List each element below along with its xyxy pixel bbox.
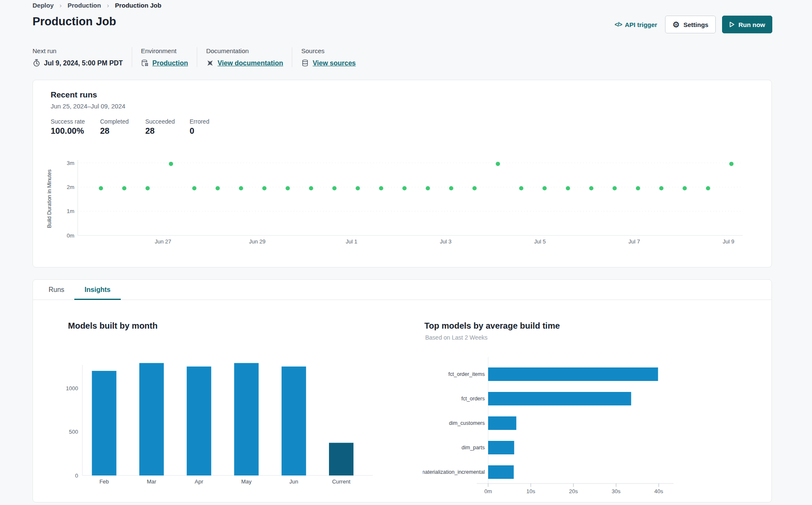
run-point[interactable] (356, 186, 360, 190)
meta-documentation: Documentation View documentation (206, 47, 283, 67)
page-title: Production Job (33, 15, 116, 28)
month-bar[interactable] (187, 367, 211, 475)
tab-runs[interactable]: Runs (38, 280, 74, 300)
month-bar[interactable] (234, 363, 259, 475)
recent-runs-card: Recent runs Jun 25, 2024–Jul 09, 2024 Su… (33, 80, 772, 267)
run-point[interactable] (169, 162, 173, 166)
run-point[interactable] (659, 186, 663, 190)
meta-next-run: Next run Jul 9, 2024, 5:00 PM PDT (33, 47, 123, 67)
x-tick-label: 30s (612, 488, 621, 494)
month-bar[interactable] (139, 363, 164, 475)
run-point[interactable] (216, 186, 220, 190)
run-point[interactable] (519, 186, 523, 190)
stat-label: Succeeded (145, 118, 175, 125)
run-point[interactable] (426, 186, 430, 190)
x-category-label: Mar (147, 478, 157, 485)
run-point[interactable] (379, 186, 383, 190)
view-sources-link[interactable]: View sources (312, 59, 356, 67)
environment-icon (141, 59, 149, 67)
top-models-svg: fct_order_itemsfct_ordersdim_customersdi… (423, 357, 701, 496)
meta-environment: Environment Production (141, 47, 188, 67)
tab-insights[interactable]: Insights (74, 280, 120, 300)
run-point[interactable] (402, 186, 407, 190)
run-point[interactable] (566, 186, 570, 190)
stat-completed: Completed 28 (100, 118, 129, 136)
y-tick-label: 3m (67, 160, 74, 166)
y-tick-label: 0m (67, 232, 74, 239)
environment-link[interactable]: Production (152, 59, 188, 67)
y-tick-label: 1000 (66, 385, 78, 392)
dbt-logo-icon (206, 59, 214, 67)
top-models-subtitle: Based on Last 2 Weeks (425, 334, 488, 341)
insights-card: Runs Insights Models built by month 0500… (33, 279, 772, 502)
month-bar[interactable] (92, 371, 117, 475)
settings-button[interactable]: ⚙ Settings (665, 16, 715, 33)
run-point[interactable] (706, 186, 710, 190)
breadcrumb-deploy[interactable]: Deploy (33, 2, 54, 9)
run-point[interactable] (449, 186, 454, 190)
stopwatch-icon (33, 59, 41, 67)
model-bar[interactable] (488, 367, 658, 381)
run-point[interactable] (285, 186, 290, 190)
run-point[interactable] (309, 186, 313, 190)
stat-label: Completed (100, 118, 129, 125)
x-tick-label: Jul 5 (534, 238, 546, 245)
run-point[interactable] (613, 186, 617, 190)
build-duration-chart: 0m1m2m3mJun 27Jun 29Jul 1Jul 3Jul 5Jul 7… (38, 157, 756, 247)
x-tick-label: 40s (654, 488, 663, 494)
run-point[interactable] (192, 186, 196, 190)
model-bar[interactable] (488, 392, 631, 405)
x-tick-label: 0m (484, 488, 492, 494)
top-models-chart: fct_order_itemsfct_ordersdim_customersdi… (423, 357, 701, 496)
x-tick-label: 10s (527, 488, 535, 494)
x-category-label: Feb (99, 478, 109, 485)
run-point[interactable] (543, 186, 547, 190)
view-documentation-link[interactable]: View documentation (217, 59, 283, 67)
run-point[interactable] (146, 186, 150, 190)
month-bar[interactable] (329, 443, 353, 475)
model-label: dim_customers (449, 420, 485, 426)
api-trigger-link[interactable]: </> API trigger (615, 21, 657, 28)
stat-success-rate: Success rate 100.00% (51, 118, 85, 136)
run-point[interactable] (589, 186, 593, 190)
tab-bar: Runs Insights (33, 280, 771, 300)
run-now-button[interactable]: Run now (722, 16, 772, 33)
divider (292, 47, 292, 67)
y-tick-label: 0 (75, 473, 78, 479)
model-label: materialization_incremental (423, 469, 485, 475)
run-point[interactable] (683, 186, 687, 190)
y-tick-label: 1m (67, 208, 74, 214)
x-category-label: Jun (289, 478, 298, 485)
y-axis-title: Build Duration in Minutes (46, 170, 52, 228)
run-point[interactable] (332, 186, 337, 190)
breadcrumb-production[interactable]: Production (68, 2, 101, 9)
model-bar[interactable] (488, 465, 514, 479)
run-point[interactable] (262, 186, 266, 190)
run-point[interactable] (496, 162, 500, 166)
stat-value: 28 (100, 126, 129, 136)
model-label: dim_parts (462, 445, 485, 451)
run-point[interactable] (99, 186, 103, 190)
run-point[interactable] (239, 186, 243, 190)
model-label: fct_orders (461, 396, 485, 402)
month-bar[interactable] (282, 367, 306, 475)
x-tick-label: Jul 1 (346, 238, 357, 245)
divider (197, 47, 197, 67)
run-point[interactable] (729, 162, 733, 166)
meta-label: Sources (301, 47, 356, 54)
models-built-by-month-svg: 05001000FebMarAprMayJunCurrent (51, 346, 406, 488)
stat-value: 0 (190, 126, 209, 136)
recent-runs-date-range: Jun 25, 2024–Jul 09, 2024 (51, 103, 125, 110)
model-label: fct_order_items (448, 371, 485, 377)
stat-value: 28 (145, 126, 175, 136)
run-point[interactable] (636, 186, 640, 190)
model-bar[interactable] (488, 441, 514, 454)
x-tick-label: Jul 9 (722, 238, 734, 245)
gear-icon: ⚙ (672, 21, 679, 29)
run-point[interactable] (473, 186, 477, 190)
run-point[interactable] (122, 186, 126, 190)
stat-succeeded: Succeeded 28 (145, 118, 175, 136)
job-meta-row: Next run Jul 9, 2024, 5:00 PM PDT Enviro… (33, 47, 364, 67)
model-bar[interactable] (488, 416, 516, 430)
next-run-value: Jul 9, 2024, 5:00 PM PDT (44, 59, 123, 67)
